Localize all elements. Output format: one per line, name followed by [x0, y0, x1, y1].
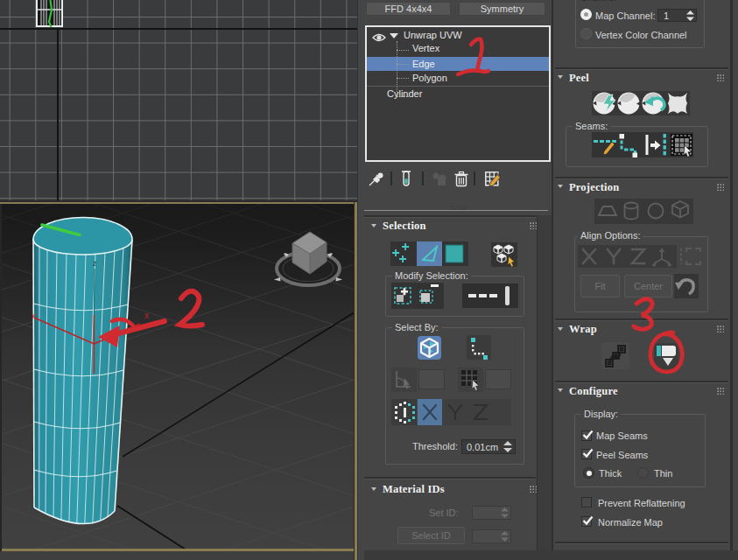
svg-text:x: x	[144, 311, 149, 320]
svg-text:x: x	[32, 312, 36, 320]
svg-text:z: z	[93, 259, 97, 268]
